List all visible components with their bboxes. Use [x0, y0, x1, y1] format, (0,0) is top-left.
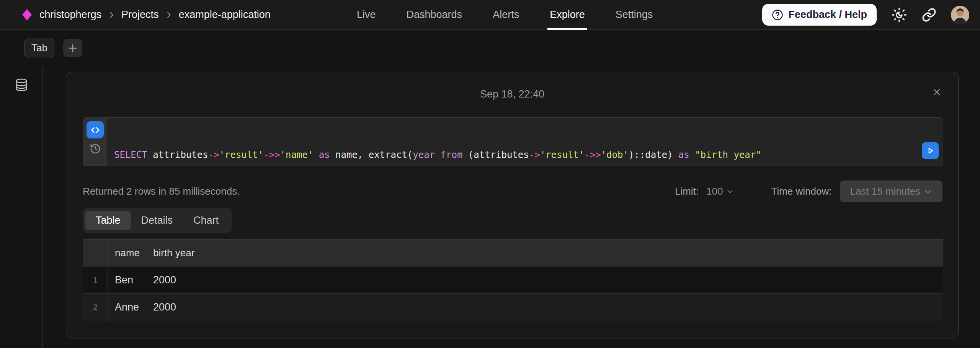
code-token: "birth year": [695, 150, 761, 160]
tab-chip[interactable]: Tab: [24, 39, 54, 57]
header-name: name: [108, 240, 146, 267]
close-icon: [931, 87, 942, 98]
code-token: attributes: [147, 150, 208, 160]
sql-line: SELECT attributes->'result'->>'name' as …: [114, 148, 920, 161]
header-rownum: [83, 240, 108, 267]
cell-birth-year: 2000: [146, 267, 203, 294]
nav-item-dashboards[interactable]: Dashboards: [407, 0, 462, 29]
cell-filler: [203, 294, 943, 321]
row-number: 2: [83, 294, 108, 321]
results-table: name birth year 1 Ben 2000 2 Anne 2000: [83, 239, 943, 321]
breadcrumb-projects[interactable]: Projects: [121, 9, 159, 21]
code-token: [435, 150, 440, 160]
code-token: [313, 150, 318, 160]
tab-table[interactable]: Table: [85, 211, 131, 230]
breadcrumb-project-name[interactable]: example-application: [179, 9, 271, 21]
tab-details[interactable]: Details: [131, 211, 183, 230]
left-sidebar: [0, 67, 43, 348]
nav-menu: Live Dashboards Alerts Explore Settings: [357, 0, 653, 29]
run-query-button[interactable]: [922, 142, 939, 159]
row-number: 1: [83, 267, 108, 294]
feedback-help-button[interactable]: Feedback / Help: [762, 4, 877, 26]
code-token: (attributes: [462, 150, 529, 160]
chevron-right-icon: [165, 11, 173, 19]
code-token: 'dob': [601, 150, 629, 160]
chevron-down-icon: [726, 187, 734, 196]
code-token: as: [319, 150, 330, 160]
time-window-value: Last 15 minutes: [850, 185, 920, 197]
code-token: ->>: [263, 150, 280, 160]
result-view-tabs: Table Details Chart: [83, 208, 232, 233]
breadcrumb: christophergs Projects example-applicati…: [22, 9, 271, 21]
link-icon: [922, 8, 936, 22]
nav-item-settings[interactable]: Settings: [616, 0, 653, 29]
sql-editor: SELECT attributes->'result'->>'name' as …: [83, 117, 943, 166]
database-icon: [15, 78, 28, 92]
cell-filler: [203, 267, 943, 294]
code-token: ->: [208, 150, 219, 160]
plus-icon: [67, 42, 78, 54]
code-token: SELECT: [114, 150, 147, 160]
code-token: as: [678, 150, 689, 160]
user-avatar[interactable]: [951, 6, 969, 24]
query-history-button[interactable]: [90, 143, 101, 154]
table-header-row: name birth year: [83, 240, 943, 267]
sun-moon-icon: [891, 7, 907, 23]
code-token: 'name': [280, 150, 314, 160]
help-circle-icon: [772, 9, 783, 21]
close-button[interactable]: [931, 87, 942, 98]
code-token: ->: [529, 150, 540, 160]
code-token: year: [413, 150, 435, 160]
database-sidebar-button[interactable]: [15, 78, 28, 348]
feedback-help-label: Feedback / Help: [788, 9, 867, 21]
cell-name: Anne: [108, 294, 146, 321]
query-timestamp: Sep 18, 22:40: [66, 88, 958, 100]
breadcrumb-account[interactable]: christophergs: [39, 9, 101, 21]
code-token: [689, 150, 695, 160]
add-tab-button[interactable]: [63, 39, 82, 57]
code-token: )::date): [629, 150, 678, 160]
time-window-label: Time window:: [771, 185, 831, 197]
play-icon: [925, 146, 935, 156]
code-token: 'result': [219, 150, 264, 160]
query-card: Sep 18, 22:40 SELECT attributes->'result…: [66, 72, 959, 338]
code-token: from: [441, 150, 463, 160]
tab-chart[interactable]: Chart: [183, 211, 229, 230]
limit-value: 100: [706, 185, 723, 197]
header-birth-year: birth year: [146, 240, 203, 267]
header-filler: [203, 240, 943, 267]
sql-query-input[interactable]: SELECT attributes->'result'->>'name' as …: [107, 118, 943, 166]
table-row[interactable]: 1 Ben 2000: [83, 267, 943, 294]
code-brackets-icon: [90, 125, 101, 135]
share-link-button[interactable]: [922, 8, 936, 22]
top-nav: christophergs Projects example-applicati…: [0, 0, 980, 30]
time-window-select[interactable]: Last 15 minutes: [840, 181, 942, 202]
table-row[interactable]: 2 Anne 2000: [83, 294, 943, 321]
nav-item-explore[interactable]: Explore: [550, 0, 585, 29]
code-token: ->>: [584, 150, 601, 160]
editor-gutter: [83, 118, 107, 166]
limit-select[interactable]: 100: [706, 185, 734, 197]
theme-toggle-button[interactable]: [891, 7, 907, 23]
chevron-right-icon: [107, 11, 116, 19]
tab-bar: Tab: [0, 30, 980, 66]
nav-item-live[interactable]: Live: [357, 0, 376, 29]
cell-name: Ben: [108, 267, 146, 294]
logo-diamond-icon[interactable]: [22, 9, 32, 21]
cell-birth-year: 2000: [146, 294, 203, 321]
nav-item-alerts[interactable]: Alerts: [493, 0, 519, 29]
history-clock-icon: [90, 143, 101, 154]
code-token: 'result': [540, 150, 585, 160]
limit-label: Limit:: [675, 185, 699, 197]
code-token: name, extract(: [330, 150, 413, 160]
code-mode-button[interactable]: [87, 121, 104, 138]
result-summary: Returned 2 rows in 85 milliseconds.: [83, 185, 240, 197]
chevron-down-icon: [923, 187, 933, 196]
